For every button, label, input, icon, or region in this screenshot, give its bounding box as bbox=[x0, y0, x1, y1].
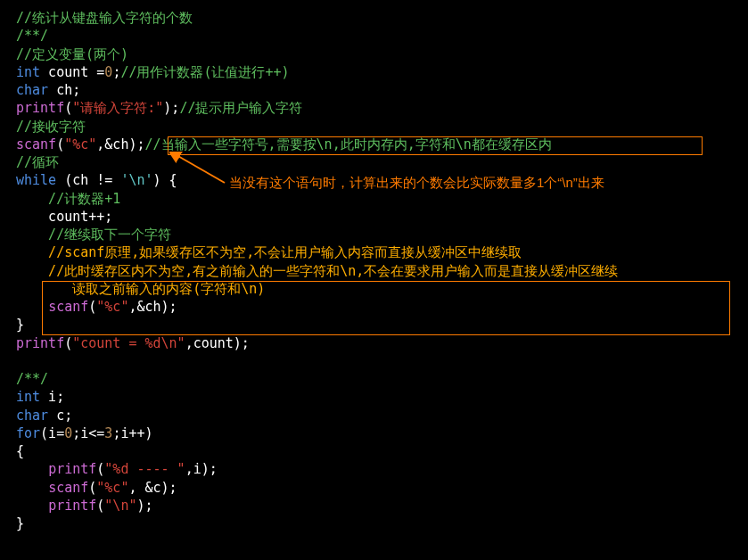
code-text: ,&ch); bbox=[128, 299, 177, 315]
code-line: //接收字符 bbox=[16, 118, 732, 136]
paren: ( bbox=[56, 136, 64, 152]
comment-highlight: //scanf原理,如果缓存区不为空,不会让用户输入内容而直接从缓冲区中继续取 bbox=[16, 244, 522, 260]
func-call: printf bbox=[48, 461, 96, 477]
code-text: i; bbox=[40, 389, 64, 405]
indent bbox=[16, 498, 48, 514]
code-line: printf("\n"); bbox=[16, 497, 732, 515]
code-line: printf("请输入字符:");//提示用户输入字符 bbox=[16, 99, 732, 117]
comment: //统计从键盘输入字符的个数 bbox=[16, 10, 193, 26]
code-line: for(i=0;i<=3;i++) bbox=[16, 424, 732, 442]
code-line: scanf("%c", &c); bbox=[16, 479, 732, 497]
code-text: (i= bbox=[40, 425, 64, 441]
func-call: scanf bbox=[16, 136, 56, 152]
brace: { bbox=[16, 443, 24, 459]
brace: } bbox=[16, 317, 24, 333]
comment: //继续取下一个字符 bbox=[16, 226, 171, 243]
code-line: scanf("%c",&ch); bbox=[16, 298, 732, 316]
keyword: int bbox=[16, 389, 40, 405]
func-call: scanf bbox=[48, 480, 88, 496]
code-text: ;i<= bbox=[72, 425, 104, 441]
string: "%c" bbox=[64, 136, 96, 152]
code-text: (ch != bbox=[56, 172, 120, 188]
code-text: ,count); bbox=[185, 335, 250, 351]
string: "%d ---- " bbox=[104, 461, 185, 477]
comment: //接收字符 bbox=[16, 119, 86, 135]
string: "count = %d\n" bbox=[72, 335, 185, 351]
code-text: count++; bbox=[16, 209, 112, 225]
string: "\n" bbox=[104, 498, 136, 514]
code-line bbox=[16, 352, 732, 370]
func-call: printf bbox=[16, 100, 64, 116]
paren: ( bbox=[64, 335, 72, 351]
code-text: ) { bbox=[153, 172, 177, 188]
func-call: printf bbox=[48, 498, 96, 514]
comment: //提示用户输入字符 bbox=[179, 100, 302, 116]
brace: } bbox=[16, 515, 24, 531]
comment: /**/ bbox=[16, 28, 48, 44]
code-line: //定义变量(两个) bbox=[16, 45, 732, 63]
code-line: //scanf原理,如果缓存区不为空,不会让用户输入内容而直接从缓冲区中继续取 bbox=[16, 243, 732, 261]
keyword: char bbox=[16, 408, 48, 424]
comment: //计数器+1 bbox=[16, 191, 120, 207]
annotation-text: 当没有这个语句时，计算出来的个数会比实际数量多1个“\n”出来 bbox=[229, 174, 604, 192]
string: "%c" bbox=[96, 299, 128, 315]
code-line: /**/ bbox=[16, 27, 732, 45]
char-lit: '\n' bbox=[120, 172, 152, 188]
code-line: int count =0;//用作计数器(让值进行++) bbox=[16, 63, 732, 81]
code-line: { bbox=[16, 442, 732, 460]
paren: ( bbox=[96, 498, 104, 514]
code-text: ch; bbox=[48, 82, 80, 98]
code-line: char c; bbox=[16, 407, 732, 424]
keyword: int bbox=[16, 64, 40, 80]
string: "%c" bbox=[96, 480, 128, 496]
code-line: /**/ bbox=[16, 370, 732, 388]
code-text: ,&ch); bbox=[96, 136, 144, 152]
number: 0 bbox=[64, 425, 72, 441]
code-line: //计数器+1 bbox=[16, 190, 732, 208]
comment-highlight: //此时缓存区内不为空,有之前输入的一些字符和\n,不会在要求用户输入而是直接从… bbox=[16, 263, 618, 297]
code-text: , &c); bbox=[128, 480, 177, 496]
comment: //定义变量(两个) bbox=[16, 46, 128, 62]
code-line: //统计从键盘输入字符的个数 bbox=[16, 9, 732, 27]
code-line: scanf("%c",&ch);//当输入一些字符号,需要按\n,此时内存内,字… bbox=[16, 136, 732, 153]
func-call: printf bbox=[16, 335, 64, 351]
comment: //当输入一些字符号,需要按\n,此时内存内,字符和\n都在缓存区内 bbox=[145, 136, 552, 152]
code-line: //循环 bbox=[16, 153, 732, 171]
indent bbox=[16, 480, 48, 496]
paren: ( bbox=[64, 100, 72, 116]
code-line: } bbox=[16, 515, 732, 532]
string: "请输入字符:" bbox=[72, 100, 163, 116]
code-text: ,i); bbox=[185, 461, 218, 477]
code-line: printf("%d ---- ",i); bbox=[16, 460, 732, 478]
code-text: count = bbox=[40, 64, 104, 80]
comment: //用作计数器(让值进行++) bbox=[120, 64, 289, 80]
code-text: c; bbox=[48, 408, 72, 424]
paren: ( bbox=[96, 461, 104, 477]
code-line: //继续取下一个字符 bbox=[16, 226, 732, 243]
keyword: while bbox=[16, 172, 56, 188]
code-line: int i; bbox=[16, 388, 732, 406]
comment: /**/ bbox=[16, 371, 48, 387]
code-line: printf("count = %d\n",count); bbox=[16, 334, 732, 352]
paren: ( bbox=[88, 299, 96, 315]
code-line: char ch; bbox=[16, 81, 732, 99]
paren: ( bbox=[88, 480, 96, 496]
code-line: } bbox=[16, 316, 732, 334]
indent bbox=[16, 461, 48, 477]
keyword: for bbox=[16, 425, 40, 441]
code-text: ); bbox=[136, 498, 152, 514]
comment: //循环 bbox=[16, 154, 59, 170]
code-text: ;i++) bbox=[112, 425, 152, 441]
func-call: scanf bbox=[48, 299, 88, 315]
indent bbox=[16, 299, 48, 315]
code-line: count++; bbox=[16, 208, 732, 226]
keyword: char bbox=[16, 82, 48, 98]
code-line: //此时缓存区内不为空,有之前输入的一些字符和\n,不会在要求用户输入而是直接从… bbox=[16, 262, 732, 299]
code-text: ); bbox=[163, 100, 179, 116]
